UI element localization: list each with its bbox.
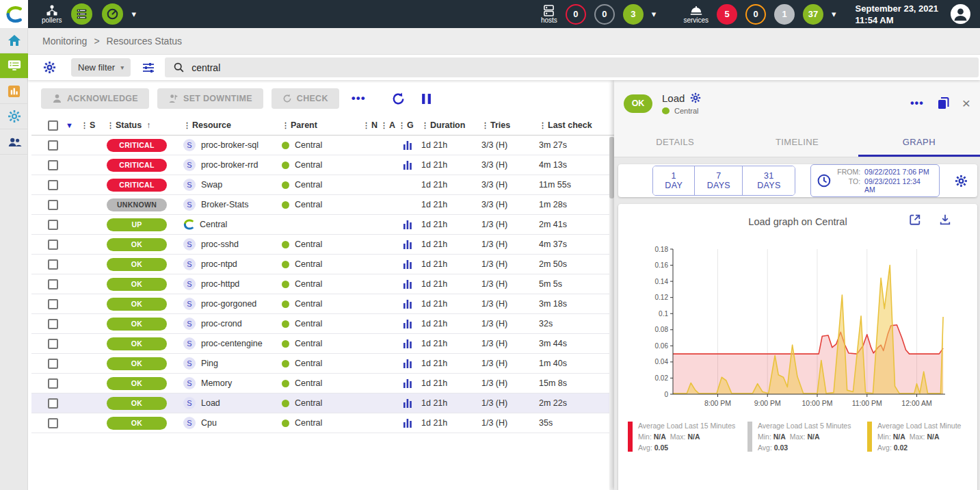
status-badge[interactable]: OK: [107, 337, 167, 350]
breadcrumb-monitoring[interactable]: Monitoring: [42, 36, 87, 47]
row-checkbox[interactable]: [48, 200, 58, 210]
resource-cell[interactable]: Sproc-sshd: [183, 238, 282, 250]
sidebar-item-reporting[interactable]: [0, 79, 28, 104]
hosts-up-badge[interactable]: 3: [623, 4, 644, 25]
column-header-parent[interactable]: ⋮ Parent: [282, 120, 362, 130]
drag-handle-icon[interactable]: ⋮: [421, 121, 428, 130]
tab-details[interactable]: DETAILS: [614, 127, 736, 157]
hosts-chevron-down-icon[interactable]: ▾: [652, 9, 657, 19]
parent-cell[interactable]: Central: [282, 279, 362, 289]
graph-settings-gear-icon[interactable]: [955, 175, 968, 188]
poller-latency-status[interactable]: [102, 3, 123, 25]
row-checkbox[interactable]: [48, 240, 58, 250]
drag-handle-icon[interactable]: ⋮: [398, 121, 405, 130]
column-header-duration[interactable]: ⋮ Duration: [421, 120, 481, 130]
legend-item[interactable]: Average Load Last Minute Min: N/A Max: N…: [867, 420, 977, 453]
parent-cell[interactable]: Central: [282, 200, 362, 209]
column-header-a[interactable]: ⋮ A: [380, 120, 398, 130]
services-unknown-badge[interactable]: 1: [774, 4, 795, 25]
pollers-menu[interactable]: pollers: [42, 4, 62, 24]
drag-handle-icon[interactable]: ⋮: [107, 121, 114, 130]
column-header-tries[interactable]: ⋮ Tries: [481, 120, 539, 130]
resource-cell[interactable]: Sproc-broker-rrd: [183, 159, 282, 171]
search-field[interactable]: [165, 57, 979, 77]
resource-cell[interactable]: Sproc-gorgoned: [183, 298, 282, 310]
row-checkbox[interactable]: [48, 140, 58, 151]
status-badge[interactable]: OK: [107, 258, 167, 271]
sidebar-item-configuration[interactable]: [0, 104, 28, 129]
table-scrollbar[interactable]: [609, 137, 614, 490]
status-badge[interactable]: OK: [107, 298, 167, 311]
parent-cell[interactable]: Central: [282, 378, 362, 388]
services-warning-badge[interactable]: 0: [745, 4, 766, 25]
drag-handle-icon[interactable]: ⋮: [81, 121, 88, 130]
resource-cell[interactable]: Sproc-centengine: [183, 337, 282, 350]
parent-cell[interactable]: Central: [282, 359, 362, 368]
parent-cell[interactable]: Central: [282, 259, 362, 269]
status-badge[interactable]: OK: [107, 278, 167, 291]
resource-cell[interactable]: Sproc-crond: [183, 318, 282, 330]
resource-cell[interactable]: Sproc-broker-sql: [183, 139, 282, 151]
refresh-button[interactable]: [388, 91, 409, 107]
parent-cell[interactable]: Central: [282, 319, 362, 328]
table-row[interactable]: OK Sproc-gorgoned Central 1d 21h 1/3 (H)…: [31, 294, 614, 314]
parent-cell[interactable]: Central: [282, 418, 362, 428]
drag-handle-icon[interactable]: ⋮: [282, 121, 289, 130]
parent-cell[interactable]: Central: [282, 339, 362, 348]
status-badge[interactable]: OK: [107, 397, 167, 410]
status-badge[interactable]: CRITICAL: [107, 139, 167, 152]
column-header-g[interactable]: ⋮ G: [398, 120, 421, 130]
tab-graph[interactable]: GRAPH: [858, 127, 980, 157]
row-checkbox[interactable]: [48, 259, 58, 270]
hosts-menu[interactable]: hosts: [541, 5, 557, 24]
search-input[interactable]: [191, 62, 602, 73]
resource-cell[interactable]: SCpu: [183, 417, 282, 429]
select-all-checkbox[interactable]: [48, 120, 58, 131]
new-filter-dropdown[interactable]: New filter ▾: [71, 58, 131, 77]
breadcrumb-resources-status[interactable]: Resources Status: [107, 36, 183, 47]
parent-cell[interactable]: Central: [282, 140, 362, 150]
table-row[interactable]: OK Sproc-centengine Central 1d 21h 1/3 (…: [31, 334, 614, 354]
download-icon[interactable]: [939, 214, 951, 226]
status-badge[interactable]: CRITICAL: [107, 159, 167, 172]
advanced-filter-tune-icon[interactable]: [142, 62, 155, 74]
table-row[interactable]: OK Sproc-sshd Central 1d 21h 1/3 (H) 4m …: [31, 235, 614, 255]
open-in-new-icon[interactable]: [909, 214, 921, 226]
range-31-days-button[interactable]: 31 DAYS: [743, 166, 795, 195]
row-checkbox[interactable]: [48, 220, 58, 230]
copy-link-icon[interactable]: [936, 96, 950, 110]
parent-cell[interactable]: Central: [282, 299, 362, 309]
status-badge[interactable]: CRITICAL: [107, 179, 167, 192]
drag-handle-icon[interactable]: ⋮: [481, 121, 488, 130]
table-row[interactable]: OK SCpu Central 1d 21h 1/3 (H) 35s: [31, 413, 614, 433]
hosts-unreachable-badge[interactable]: 0: [594, 4, 615, 25]
row-checkbox[interactable]: [48, 160, 58, 170]
table-row[interactable]: UP Central 1d 21h 1/3 (H) 2m 41s: [31, 215, 614, 235]
column-header-n[interactable]: ⋮ N: [362, 120, 380, 130]
parent-cell[interactable]: Central: [282, 180, 362, 190]
load-chart[interactable]: 0 0.02 0.04 0.06 0.08 0.1 0.12 0.14 0.16…: [646, 242, 977, 415]
user-avatar[interactable]: [951, 4, 970, 24]
resource-cell[interactable]: SLoad: [183, 397, 282, 409]
parent-cell[interactable]: Central: [282, 240, 362, 249]
legend-item[interactable]: Average Load Last 5 Minutes Min: N/A Max…: [747, 420, 858, 453]
row-checkbox[interactable]: [48, 180, 58, 190]
column-header-resource[interactable]: ⋮ Resource: [183, 120, 282, 130]
resource-cell[interactable]: SPing: [183, 357, 282, 370]
table-row[interactable]: OK Sproc-crond Central 1d 21h 1/3 (H) 32…: [31, 314, 614, 334]
column-header-status[interactable]: ⋮ Status↑: [107, 120, 183, 130]
close-panel-icon[interactable]: ×: [962, 98, 970, 109]
row-checkbox[interactable]: [48, 418, 58, 428]
more-actions-button[interactable]: •••: [347, 94, 370, 103]
resource-cell[interactable]: Sproc-httpd: [183, 278, 282, 290]
services-chevron-down-icon[interactable]: ▾: [832, 9, 836, 19]
tab-timeline[interactable]: TIMELINE: [736, 127, 858, 157]
resource-cell[interactable]: SBroker-Stats: [183, 198, 282, 211]
status-badge[interactable]: OK: [107, 417, 167, 430]
panel-more-icon[interactable]: •••: [910, 97, 924, 109]
parent-cell[interactable]: Central: [282, 398, 362, 408]
panel-settings-gear-icon[interactable]: [690, 92, 701, 103]
table-row[interactable]: UNKNOWN SBroker-Stats Central 1d 21h 3/3…: [31, 195, 614, 215]
sidebar-item-administration[interactable]: [0, 129, 28, 155]
resource-cell[interactable]: SSwap: [183, 179, 282, 191]
